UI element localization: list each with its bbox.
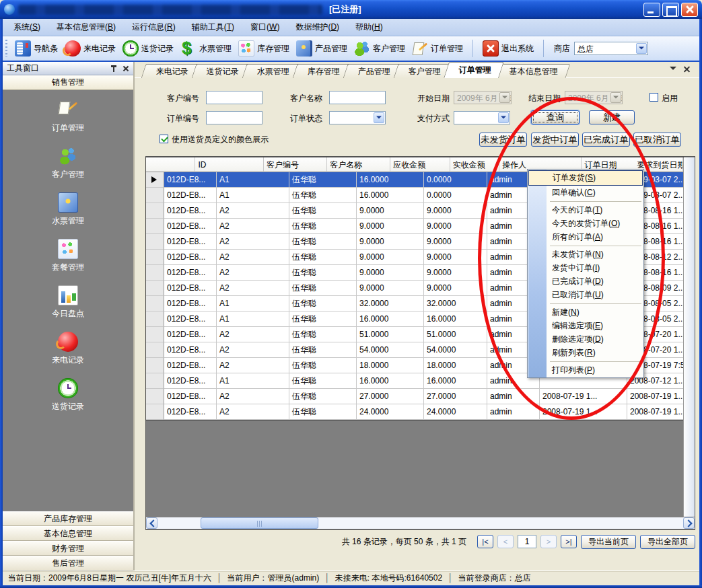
table-row[interactable]: 012D-E8... A2 伍华聪 27.0000 27.0000 admin … [146,389,683,404]
row-indicator[interactable] [146,342,164,358]
maximize-button[interactable] [662,3,679,17]
cust-name-input[interactable] [329,91,386,104]
context-menu-item[interactable]: 删除选定项(D) [528,332,643,346]
row-indicator[interactable] [146,172,164,188]
document-tab[interactable]: 订单管理 [444,62,504,78]
row-indicator[interactable] [146,327,164,342]
query-button[interactable]: 查询 [531,110,580,124]
row-indicator[interactable] [146,296,164,311]
sidebar-item[interactable]: 订单管理 [52,100,84,134]
start-date-picker[interactable]: 2009年 6月 8日 [454,91,512,104]
chevron-down-icon[interactable] [636,43,647,54]
column-header[interactable]: 客户名称 [327,157,390,172]
export-current-page-button[interactable]: 导出当前页 [581,535,636,549]
cust-no-input[interactable] [206,91,262,104]
export-all-pages-button[interactable]: 导出全部页 [640,535,695,549]
menu-item[interactable]: 基本信息管理(B) [48,20,124,35]
menu-item[interactable]: 系统(S) [5,20,48,35]
order-status-filter-button[interactable]: 发货中订单 [531,133,579,147]
toolbar-grip[interactable] [5,40,7,57]
sidebar-section-bar[interactable]: 产品库存管理 [3,511,133,526]
toolbar-button[interactable]: 水票管理 [177,39,235,58]
sidebar-item[interactable]: 套餐管理 [52,239,84,273]
row-indicator[interactable] [146,404,164,420]
sidebar-item[interactable]: 水票管理 [52,192,84,227]
scroll-left-icon[interactable] [146,517,157,529]
row-indicator[interactable] [146,250,164,265]
toolbar-button[interactable]: 客户管理 [351,39,409,58]
order-status-filter-button[interactable]: 已取消订单 [633,133,681,147]
order-no-input[interactable] [206,111,262,124]
prev-page-button[interactable]: < [497,535,514,548]
row-indicator[interactable] [146,373,164,389]
order-status-filter-button[interactable]: 未发货订单 [479,133,527,147]
row-indicator[interactable] [146,188,164,203]
first-page-button[interactable]: |< [477,535,493,548]
chevron-down-icon[interactable] [374,112,384,123]
order-status-select[interactable] [329,111,386,124]
minimize-button[interactable] [643,3,660,17]
context-menu-item[interactable]: 回单确认(C) [528,186,643,199]
color-display-checkbox[interactable] [160,135,168,143]
tab-list-dropdown-icon[interactable] [670,67,676,73]
context-menu-item[interactable]: 已取消订单(U) [528,288,643,301]
column-header[interactable]: 应收金额 [390,157,450,172]
next-page-button[interactable]: > [540,535,557,548]
shop-select[interactable]: 总店 [574,42,648,55]
context-menu-item[interactable]: 所有的订单(A) [528,230,643,244]
end-date-picker[interactable]: 2009年 6月 8日 [565,91,623,104]
toolbar-button[interactable]: 送货记录 [119,39,177,58]
column-header[interactable]: ID [195,157,264,172]
chevron-down-icon[interactable] [498,112,509,123]
context-menu-item[interactable]: 发货中订单(I) [528,261,643,274]
sidebar-section-sales[interactable]: 销售管理 [3,75,133,90]
pin-icon[interactable] [110,65,117,73]
scroll-right-icon[interactable] [683,517,695,529]
context-menu-item[interactable]: 今天的发货订单(O) [528,217,643,230]
last-page-button[interactable]: >| [561,535,577,548]
context-menu-item[interactable]: 已完成订单(D) [528,274,643,288]
toolbar-button[interactable]: 库存管理 [235,39,293,58]
row-indicator[interactable] [146,358,164,373]
row-indicator[interactable] [146,311,164,327]
menu-item[interactable]: 辅助工具(T) [184,20,242,35]
sidebar-section-bar[interactable]: 售后管理 [3,556,133,571]
context-menu-item[interactable]: 新建(N) [528,305,643,319]
sidebar-item[interactable]: 送货记录 [52,378,84,412]
close-icon[interactable] [122,65,129,73]
toolbar-button[interactable]: 订单管理 [409,39,466,58]
menu-item[interactable]: 数据维护(D) [287,20,347,35]
menu-item[interactable]: 窗口(W) [242,20,287,35]
tab-close-icon[interactable] [683,65,691,73]
context-menu-item[interactable]: 未发货订单(N) [528,248,643,261]
toolbar-button[interactable]: 导航条 [11,39,61,58]
sidebar-item[interactable]: 今日盘点 [52,285,84,320]
document-tab[interactable]: 基本信息管理 [495,64,571,78]
sidebar-item[interactable]: 来电记录 [52,332,84,366]
row-indicator[interactable] [146,219,164,234]
close-button[interactable] [681,3,698,17]
exit-system-button[interactable]: 退出系统 [479,39,537,58]
context-menu-item[interactable]: 订单发货(S) [528,170,643,186]
context-menu-item[interactable]: 刷新列表(R) [528,346,643,359]
enable-date-checkbox[interactable] [650,93,658,102]
vertical-scrollbar[interactable] [683,157,695,517]
menu-item[interactable]: 运行信息(R) [124,20,184,35]
menu-item[interactable]: 帮助(H) [347,20,391,35]
column-header[interactable]: 客户编号 [264,157,327,172]
sidebar-section-bar[interactable]: 财务管理 [3,541,133,556]
order-status-filter-button[interactable]: 已完成订单 [582,133,630,147]
row-indicator[interactable] [146,281,164,296]
column-header[interactable] [146,157,195,172]
page-number-input[interactable] [518,535,536,548]
horizontal-scrollbar[interactable] [146,517,695,529]
toolbar-button[interactable]: 来电记录 [61,39,119,58]
sidebar-section-bar[interactable]: 基本信息管理 [3,526,133,541]
row-indicator[interactable] [146,203,164,219]
toolbar-button[interactable]: 产品管理 [293,39,351,58]
row-indicator[interactable] [146,389,164,404]
context-menu-item[interactable]: 打印列表(P) [528,363,643,377]
column-header[interactable]: 实收金额 [450,157,499,172]
pay-method-select[interactable] [454,111,510,124]
table-row[interactable]: 012D-E8... A2 伍华聪 24.0000 24.0000 admin … [146,404,683,420]
